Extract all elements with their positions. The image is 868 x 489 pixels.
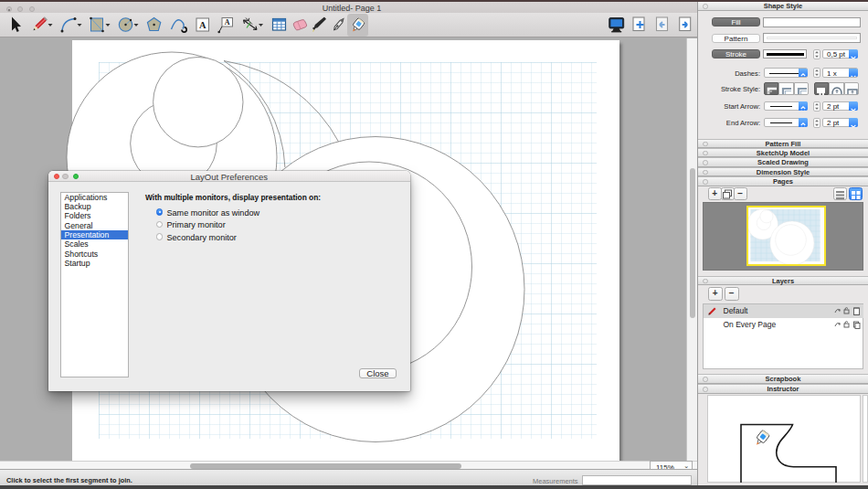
svg-text:A: A bbox=[199, 20, 206, 30]
svg-text:A: A bbox=[225, 18, 230, 27]
